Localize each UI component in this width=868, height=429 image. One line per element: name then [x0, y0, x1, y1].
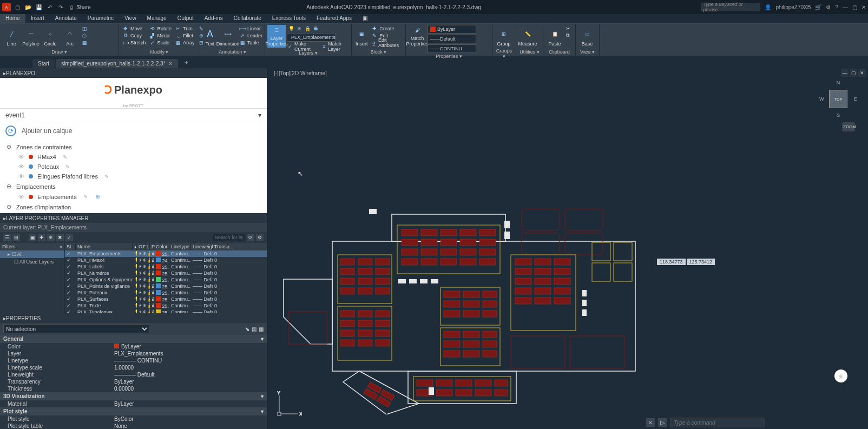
- visibility-icon[interactable]: 👁: [18, 194, 24, 200]
- viewcube[interactable]: N S E W TOP: [819, 80, 857, 118]
- tree-group[interactable]: ⊖Zones d'implantation: [4, 202, 262, 212]
- user-icon[interactable]: 👤: [765, 4, 771, 10]
- layer-row[interactable]: ✓PLX_Poteaux💡☀❄🔓🖶 25..Continu...—— Defa.…: [65, 289, 267, 296]
- panel-clipboard-title[interactable]: Clipboard: [545, 49, 573, 55]
- group-button[interactable]: ⊞Group: [495, 25, 513, 48]
- lineweight-select[interactable]: —— Default: [428, 35, 476, 43]
- edit-icon[interactable]: ✎: [83, 194, 88, 200]
- tree-item[interactable]: 👁Emplacements✎⊕: [4, 192, 262, 202]
- add-layer-button[interactable]: ⟳Ajouter un calque: [0, 122, 267, 140]
- tree-item[interactable]: 👁Elingues Plafond libres✎: [4, 171, 262, 181]
- col-o[interactable]: O..: [137, 243, 141, 250]
- lpm-refresh-icon[interactable]: ⟳: [247, 234, 254, 241]
- measure-button[interactable]: 📏Measure: [518, 25, 537, 48]
- viewcube-e[interactable]: E: [854, 96, 857, 102]
- file-tab-start[interactable]: Start: [32, 59, 55, 68]
- edit-attr-button[interactable]: a̲Edit Attributes: [370, 39, 403, 46]
- stretch-button[interactable]: ⟷Stretch: [121, 39, 147, 46]
- viewport-label[interactable]: [-][Top][2D Wireframe]: [274, 70, 327, 76]
- table-button[interactable]: ▦Table: [238, 39, 264, 46]
- maximize-icon[interactable]: ▢: [852, 4, 857, 10]
- help-icon[interactable]: ?: [835, 4, 838, 10]
- property-row[interactable]: TransparencyByLayer: [0, 378, 267, 385]
- col-transp[interactable]: Transp...: [213, 243, 228, 250]
- layer-row[interactable]: ✓PLX_Emplacements💡☀❄🔓🖶 25..Continu...—— …: [65, 250, 267, 257]
- lpm-header[interactable]: ▸ LAYER PROPERTIES MANAGER: [0, 213, 267, 223]
- move-button[interactable]: ✥Move: [121, 25, 147, 32]
- base-button[interactable]: ▭Base: [578, 25, 596, 48]
- panel-utilities-title[interactable]: Utilities ▾: [518, 49, 541, 55]
- qat-redo-icon[interactable]: ↷: [56, 3, 65, 11]
- collapse-icon[interactable]: ⊖: [6, 203, 13, 210]
- props-pick-icon[interactable]: ⬊: [245, 326, 249, 332]
- close-icon[interactable]: ✕: [862, 4, 866, 10]
- cmd-prompt-icon[interactable]: ▷: [658, 418, 667, 427]
- app-options-icon[interactable]: ⚙: [826, 4, 831, 10]
- rotate-button[interactable]: ⟲Rotate: [148, 25, 173, 32]
- new-tab-button[interactable]: ＋: [179, 57, 194, 68]
- viewcube-s[interactable]: S: [837, 113, 840, 118]
- visibility-icon[interactable]: 👁: [18, 173, 24, 180]
- vp-min-icon[interactable]: —: [841, 69, 849, 77]
- cmd-history-icon[interactable]: ×: [646, 418, 655, 427]
- vp-max-icon[interactable]: ▢: [850, 69, 857, 77]
- selection-dropdown[interactable]: No selection: [3, 325, 149, 333]
- filter-used[interactable]: ☐ All Used Layers: [0, 258, 64, 266]
- col-linetype[interactable]: Linetype: [169, 243, 191, 250]
- cut-button[interactable]: ✂: [565, 25, 571, 32]
- layer-search[interactable]: [213, 234, 245, 241]
- property-row[interactable]: LayerPLX_Emplacements: [0, 350, 267, 357]
- props-header[interactable]: ▸ PROPERTIES: [0, 313, 267, 323]
- draw-misc-1[interactable]: ◫: [80, 25, 89, 32]
- tree-item[interactable]: 👁HMax4✎: [4, 152, 262, 162]
- tab-annotate[interactable]: Annotate: [50, 14, 82, 23]
- property-row[interactable]: Thickness0.00000: [0, 385, 267, 392]
- mirror-button[interactable]: ▞Mirror: [148, 32, 173, 39]
- viewcube-n[interactable]: N: [837, 80, 840, 85]
- fillet-button[interactable]: ◟Fillet: [174, 32, 196, 39]
- qat-undo-icon[interactable]: ↶: [45, 3, 54, 11]
- col-name[interactable]: Name: [76, 243, 133, 250]
- filter-all[interactable]: ▸ ☐ All: [0, 250, 64, 258]
- property-row[interactable]: Plot style tableNone: [0, 423, 267, 429]
- visibility-icon[interactable]: 👁: [18, 163, 24, 170]
- minimize-icon[interactable]: —: [843, 4, 848, 10]
- property-row[interactable]: Linetype scale1.00000: [0, 364, 267, 371]
- property-row[interactable]: Plot styleByColor: [0, 415, 267, 423]
- lpm-new-icon[interactable]: ✚: [38, 234, 45, 241]
- draw-misc-2[interactable]: ⬡: [80, 32, 89, 39]
- layer-row[interactable]: ✓PLX_Typologies💡☀❄🔓🖶 25..Continu...—— De…: [65, 309, 267, 313]
- app-icon[interactable]: A: [2, 3, 11, 11]
- col-f[interactable]: F..: [141, 243, 146, 250]
- event-select[interactable]: event1▾: [0, 108, 267, 122]
- layer-icons-row[interactable]: 💡❄🔒🖶: [287, 25, 349, 32]
- layer-row[interactable]: ✓PLX_Surfaces💡☀❄🔓🖶 25..Continu...—— Defa…: [65, 296, 267, 302]
- make-current-button[interactable]: ✓Make Current: [287, 43, 317, 50]
- ucs-icon[interactable]: X Y: [275, 391, 302, 419]
- match-layer-button[interactable]: ≡Match Layer: [320, 43, 349, 50]
- props-group-header[interactable]: General▾: [0, 335, 267, 343]
- col-p[interactable]: P..: [150, 243, 154, 250]
- copy-clip-button[interactable]: ⧉: [565, 32, 571, 39]
- user-name[interactable]: philippeZ70XB: [775, 4, 811, 10]
- lpm-freeze-icon[interactable]: ❄: [47, 234, 55, 241]
- circle-button[interactable]: ○Circle: [41, 25, 60, 48]
- visibility-icon[interactable]: 👁: [18, 154, 24, 160]
- file-tab-drawing[interactable]: simplified_eurexpolyon_halls-1-2.1-2.2-2…: [56, 59, 178, 68]
- close-tab-icon[interactable]: ✕: [168, 61, 173, 67]
- layer-row[interactable]: ✓PLX_Options & équipement💡☀❄🔓🖶 25..Conti…: [65, 276, 267, 283]
- share-button[interactable]: ⤴ Share: [78, 3, 87, 11]
- copy-button[interactable]: ⧉Copy: [121, 32, 147, 39]
- leader-button[interactable]: ↗Leader: [238, 32, 264, 39]
- tree-group[interactable]: ⊖Zones de contraintes: [4, 142, 262, 152]
- trim-button[interactable]: ✂Trim: [174, 25, 196, 32]
- col-color[interactable]: Color: [154, 243, 169, 250]
- panel-block-title[interactable]: Block ▾: [354, 49, 403, 55]
- draw-misc-3[interactable]: ▦: [80, 39, 89, 46]
- col-on[interactable]: ▴: [133, 243, 137, 250]
- panel-modify-title[interactable]: Modify ▾: [121, 49, 198, 55]
- polyline-button[interactable]: 〰Polyline: [22, 25, 40, 48]
- panel-view-title[interactable]: View ▾: [578, 49, 597, 55]
- property-row[interactable]: Linetype———— CONTINU: [0, 357, 267, 364]
- col-lineweight[interactable]: Lineweight: [191, 243, 213, 250]
